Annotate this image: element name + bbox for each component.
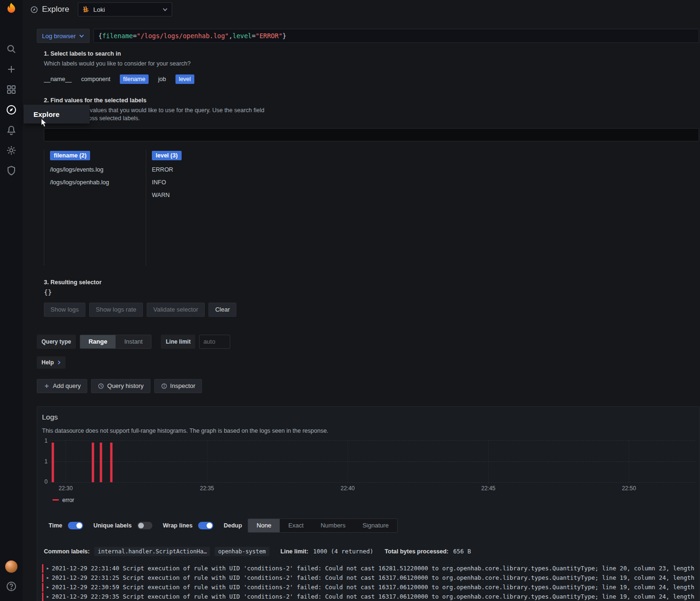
- time-toggle-label: Time: [49, 522, 62, 529]
- chevron-down-icon: [79, 33, 84, 39]
- step3-title: 3. Resulting selector: [44, 279, 699, 286]
- value-item[interactable]: /logs/logs/events.log: [50, 166, 146, 173]
- gridline: [50, 440, 695, 441]
- log-row[interactable]: ▸ 2021-12-29 22:31:25 Script execution o…: [42, 573, 695, 583]
- label-chip-level[interactable]: level: [175, 74, 194, 84]
- x-axis: 22:3022:3522:4022:4522:50: [50, 483, 695, 492]
- add-query-button[interactable]: Add query: [37, 379, 87, 393]
- info-circle-icon: [161, 383, 167, 389]
- step-select-labels: 1. Select labels to search in Which labe…: [44, 50, 699, 84]
- topbar: Explore Loki: [23, 0, 700, 19]
- x-axis-tick: 22:45: [481, 485, 495, 492]
- label-chip-job[interactable]: job: [158, 76, 166, 82]
- unique-labels-toggle-label: Unique labels: [93, 522, 132, 529]
- selector-buttons: Show logs Show logs rate Validate select…: [44, 303, 699, 317]
- gridline: [629, 440, 629, 483]
- chart-plot[interactable]: [50, 440, 695, 483]
- column-header-level[interactable]: level (3): [152, 151, 182, 160]
- step-find-values: 2. Find values for the selected labels C…: [44, 97, 699, 123]
- bytes-processed-label: Total bytes processed:: [385, 548, 449, 555]
- expand-chevron-icon[interactable]: ▸: [46, 583, 52, 592]
- gridline: [348, 440, 348, 483]
- value-item[interactable]: INFO: [152, 179, 699, 186]
- dedup-exact[interactable]: Exact: [280, 519, 312, 532]
- expand-chevron-icon[interactable]: ▸: [46, 573, 52, 583]
- log-line: 2021-12-29 22:31:40 Script execution of …: [52, 564, 695, 573]
- datasource-picker[interactable]: Loki: [78, 2, 172, 16]
- history-clock-icon: [98, 383, 104, 389]
- search-icon[interactable]: [6, 43, 17, 55]
- dedup-none[interactable]: None: [248, 519, 280, 532]
- settings-gear-icon[interactable]: [6, 145, 17, 156]
- clear-button[interactable]: Clear: [208, 303, 236, 317]
- grafana-logo-icon[interactable]: [4, 2, 18, 16]
- log-line: 2021-12-29 22:31:25 Script execution of …: [52, 573, 695, 583]
- label-chip-name[interactable]: __name__: [44, 76, 72, 82]
- y-axis: 1 1 0: [42, 440, 50, 483]
- shield-icon[interactable]: [6, 165, 17, 176]
- query-token: {: [99, 32, 102, 40]
- dashboards-icon[interactable]: [6, 84, 17, 95]
- page-title: Explore: [42, 5, 69, 14]
- query-type-instant[interactable]: Instant: [116, 335, 151, 348]
- log-row[interactable]: ▸ 2021-12-29 22:31:40 Script execution o…: [42, 564, 695, 573]
- label-values-search-input[interactable]: [44, 128, 699, 141]
- resulting-selector: {}: [44, 288, 699, 296]
- line-limit-meta-label: Line limit:: [281, 548, 308, 555]
- wrap-lines-toggle-label: Wrap lines: [163, 522, 192, 529]
- help-row: Help: [37, 356, 699, 369]
- query-type-range[interactable]: Range: [80, 335, 116, 348]
- dedup-numbers[interactable]: Numbers: [312, 519, 354, 532]
- log-level-indicator: [42, 564, 43, 573]
- show-logs-rate-button[interactable]: Show logs rate: [89, 303, 143, 317]
- log-rows: ▸ 2021-12-29 22:31:40 Script execution o…: [42, 564, 695, 601]
- plus-icon[interactable]: [6, 64, 17, 75]
- add-query-label: Add query: [53, 382, 81, 389]
- value-item[interactable]: WARN: [152, 192, 699, 198]
- validate-selector-button[interactable]: Validate selector: [147, 303, 205, 317]
- log-browser-toggle[interactable]: Log browser: [37, 29, 90, 43]
- query-token: "/logs/logs/openhab.log": [137, 32, 229, 40]
- help-toggle[interactable]: Help: [37, 356, 66, 369]
- dedup-signature[interactable]: Signature: [354, 519, 397, 532]
- query-row: Log browser {filename="/logs/logs/openha…: [37, 29, 699, 43]
- expand-chevron-icon[interactable]: ▸: [46, 564, 52, 573]
- value-column-level: level (3) ERROR INFO WARN: [146, 150, 699, 266]
- sidebar-bottom: [5, 560, 17, 601]
- x-axis-tick: 22:35: [200, 485, 214, 492]
- query-token: =: [133, 32, 137, 40]
- expand-chevron-icon[interactable]: ▸: [46, 592, 52, 601]
- bytes-processed-value: 656 B: [453, 548, 471, 555]
- label-chip-filename[interactable]: filename: [120, 74, 149, 84]
- step2-title: 2. Find values for the selected labels: [44, 97, 699, 104]
- legend-label-error[interactable]: error: [62, 497, 74, 503]
- value-item[interactable]: /logs/logs/openhab.log: [50, 179, 146, 186]
- chart-bar: [110, 443, 113, 482]
- column-header-filename[interactable]: filename (2): [50, 151, 90, 160]
- time-toggle[interactable]: [68, 522, 83, 529]
- sidebar: [0, 0, 23, 601]
- alerts-bell-icon[interactable]: [6, 124, 17, 136]
- line-limit-meta-value: 1000 (4 returned): [313, 548, 374, 555]
- unique-labels-toggle[interactable]: [137, 522, 152, 529]
- inspector-button[interactable]: Inspector: [154, 379, 202, 393]
- value-item[interactable]: ERROR: [152, 166, 699, 173]
- query-input[interactable]: {filename="/logs/logs/openhab.log",level…: [93, 29, 699, 43]
- dedup-group: None Exact Numbers Signature: [248, 519, 398, 533]
- logs-meta-row: Common labels: internal.handler.ScriptAc…: [42, 547, 695, 556]
- avatar[interactable]: [5, 560, 17, 573]
- query-token: ,: [229, 32, 233, 40]
- query-history-button[interactable]: Query history: [91, 379, 150, 393]
- label-chip-component[interactable]: component: [81, 76, 110, 82]
- show-logs-button[interactable]: Show logs: [44, 303, 85, 317]
- editor-toolbar: Add query Query history Inspector: [37, 379, 699, 393]
- log-row[interactable]: ▸ 2021-12-29 22:29:35 Script execution o…: [42, 592, 695, 601]
- common-labels-label: Common labels:: [44, 548, 90, 555]
- wrap-lines-toggle[interactable]: [198, 522, 213, 529]
- explore-icon[interactable]: [6, 104, 17, 115]
- line-limit-input[interactable]: [199, 335, 230, 349]
- chevron-down-icon: [162, 7, 168, 12]
- log-row[interactable]: ▸ 2021-12-29 22:30:59 Script execution o…: [42, 583, 695, 592]
- help-icon[interactable]: [6, 581, 17, 592]
- y-axis-tick: 1: [44, 458, 48, 465]
